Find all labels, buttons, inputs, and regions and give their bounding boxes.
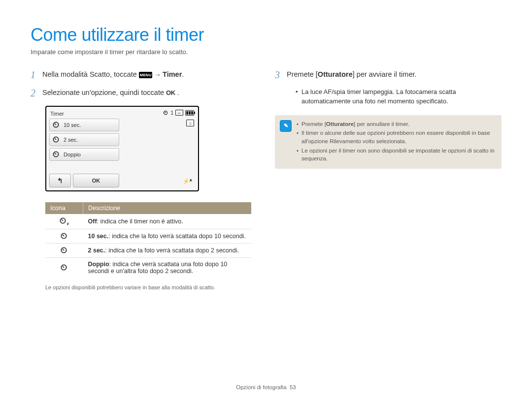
columns: 1 Nella modalità Scatto, toccate MENU → … — [31, 69, 501, 290]
step-2: 2 Selezionate un'opzione, quindi toccate… — [31, 88, 257, 98]
step-text-pre: Premete [ — [287, 70, 318, 78]
camera-option-10sec[interactable]: ⏲ 10 sec. — [49, 119, 119, 131]
step-text: Nella modalità Scatto, toccate MENU → Ti… — [42, 69, 257, 79]
size-icon: ▭ — [175, 110, 183, 116]
camera-card-icon: ▯ — [186, 120, 194, 126]
camera-option-label: Doppio — [64, 152, 81, 157]
note-item: Premete [Otturatore] per annullare il ti… — [297, 120, 496, 128]
page-subtitle: Imparate come impostare il timer per rit… — [31, 48, 501, 56]
desc-rest: : indica che la foto verrà scattata dopo… — [108, 233, 246, 240]
note-box: ✎ Premete [Otturatore] per annullare il … — [275, 115, 501, 169]
camera-bottom-bar: ↰ OK — [49, 174, 119, 187]
table-head-desc: Descrizione — [83, 202, 252, 214]
timer-10-icon: ⏲ — [53, 122, 60, 128]
camera-menu-title: Timer — [49, 110, 119, 119]
desc-cell: 2 sec.: indica che la foto verrà scattat… — [83, 244, 252, 258]
timer-off-icon: ⏲ — [163, 110, 168, 116]
note-text-bold: Otturatore — [326, 121, 354, 127]
table-row: ⏲ Doppio: indica che verrà scattata una … — [45, 258, 251, 278]
timer-double-icon: ⏲ — [60, 263, 68, 272]
step-text: Selezionate un'opzione, quindi toccate O… — [42, 88, 257, 97]
desc-rest: : indica che la foto verrà scattata dopo… — [105, 247, 239, 254]
right-column: 3 Premete [Otturatore] per avviare il ti… — [275, 69, 501, 290]
note-item: Le opzioni per il timer non sono disponi… — [297, 147, 496, 163]
arrow-icon: → — [154, 71, 163, 78]
camera-top-indicators: ⏲ 1 ▭ — [163, 110, 194, 116]
step-text-post: ] per avviare il timer. — [353, 70, 417, 78]
step3-detail-list: La luce AF/spia timer lampeggia. La foto… — [296, 88, 501, 106]
ok-icon: OK — [166, 89, 175, 97]
note-icon: ✎ — [280, 120, 292, 132]
step-text: Premete [Otturatore] per avviare il time… — [287, 69, 501, 79]
desc-rest: : indica che verrà scattata una foto dop… — [88, 261, 228, 275]
step-3: 3 Premete [Otturatore] per avviare il ti… — [275, 69, 501, 80]
desc-bold: 10 sec. — [88, 233, 109, 240]
step-number: 1 — [31, 69, 42, 80]
footer-section: Opzioni di fotografia — [236, 384, 286, 390]
step-number: 2 — [31, 88, 42, 98]
camera-option-label: 10 sec. — [64, 122, 81, 128]
camera-menu-panel: Timer ⏲ 10 sec. ⏲ 2 sec. ⏲ Doppio ↰ — [46, 107, 119, 190]
camera-option-double[interactable]: ⏲ Doppio — [49, 148, 119, 161]
timer-2-icon: ⏲ — [53, 136, 60, 143]
icon-cell: ⏲F — [45, 214, 83, 229]
step-text-bold: Otturatore — [318, 70, 353, 78]
icon-cell: ⏲ — [45, 244, 83, 258]
desc-bold: Doppio — [88, 261, 109, 268]
desc-bold: 2 sec. — [88, 247, 105, 254]
camera-ok-button[interactable]: OK — [73, 174, 119, 187]
step-1: 1 Nella modalità Scatto, toccate MENU → … — [31, 69, 257, 80]
desc-cell: Doppio: indica che verrà scattata una fo… — [83, 258, 252, 278]
desc-bold: Off — [88, 218, 97, 225]
camera-back-button[interactable]: ↰ — [49, 174, 71, 187]
sd-icon: ▯ — [186, 120, 194, 126]
footer-page-number: 53 — [290, 384, 296, 390]
battery-icon — [185, 110, 194, 116]
camera-status-area: ⏲ 1 ▭ ▯ ⚡ᴬ — [119, 107, 198, 190]
table-row: ⏲F Off: indica che il timer non è attivo… — [45, 214, 251, 229]
step-text-bold: Timer — [163, 70, 182, 78]
camera-flash-indicator: ⚡ᴬ — [183, 178, 192, 185]
timer-double-icon: ⏲ — [53, 151, 60, 158]
note-item: Il timer o alcune delle sue opzioni potr… — [297, 129, 496, 145]
step-text-post: . — [182, 70, 184, 78]
menu-icon: MENU — [139, 72, 153, 78]
step3-detail-item: La luce AF/spia timer lampeggia. La foto… — [296, 88, 501, 106]
camera-screen: Timer ⏲ 10 sec. ⏲ 2 sec. ⏲ Doppio ↰ — [45, 106, 199, 191]
desc-cell: 10 sec.: indica che la foto verrà scatta… — [83, 229, 252, 244]
page-title: Come utilizzare il timer — [31, 25, 501, 45]
timer-10-icon: ⏲ — [60, 232, 68, 240]
step-text-pre: Nella modalità Scatto, toccate — [42, 70, 139, 78]
table-footnote: Le opzioni disponibili potrebbero variar… — [45, 284, 257, 290]
step-text-pre: Selezionate un'opzione, quindi toccate — [42, 89, 166, 96]
icon-cell: ⏲ — [45, 258, 83, 278]
icon-cell: ⏲ — [45, 229, 83, 244]
note-list: Premete [Otturatore] per annullare il ti… — [297, 120, 496, 164]
desc-cell: Off: indica che il timer non è attivo. — [83, 214, 252, 229]
table-row: ⏲ 10 sec.: indica che la foto verrà scat… — [45, 229, 251, 244]
timer-2-icon: ⏲ — [60, 246, 68, 254]
timer-off-icon: ⏲F — [59, 216, 69, 225]
note-text-pre: Premete [ — [301, 121, 326, 127]
left-column: 1 Nella modalità Scatto, toccate MENU → … — [31, 69, 257, 290]
step-text-post: . — [177, 89, 179, 96]
camera-option-label: 2 sec. — [64, 137, 78, 143]
page-footer: Opzioni di fotografia 53 — [0, 384, 532, 390]
camera-shot-count: 1 — [170, 110, 173, 116]
desc-rest: : indica che il timer non è attivo. — [97, 218, 183, 225]
table-head-icon: Icona — [45, 202, 83, 214]
camera-option-2sec[interactable]: ⏲ 2 sec. — [49, 133, 119, 146]
table-head: Icona Descrizione — [45, 202, 251, 214]
page: Come utilizzare il timer Imparate come i… — [0, 0, 532, 290]
table-row: ⏲ 2 sec.: indica che la foto verrà scatt… — [45, 244, 251, 258]
step-number: 3 — [275, 69, 287, 80]
note-text-post: ] per annullare il timer. — [354, 121, 409, 127]
icon-table: Icona Descrizione ⏲F Off: indica che il … — [45, 202, 251, 278]
